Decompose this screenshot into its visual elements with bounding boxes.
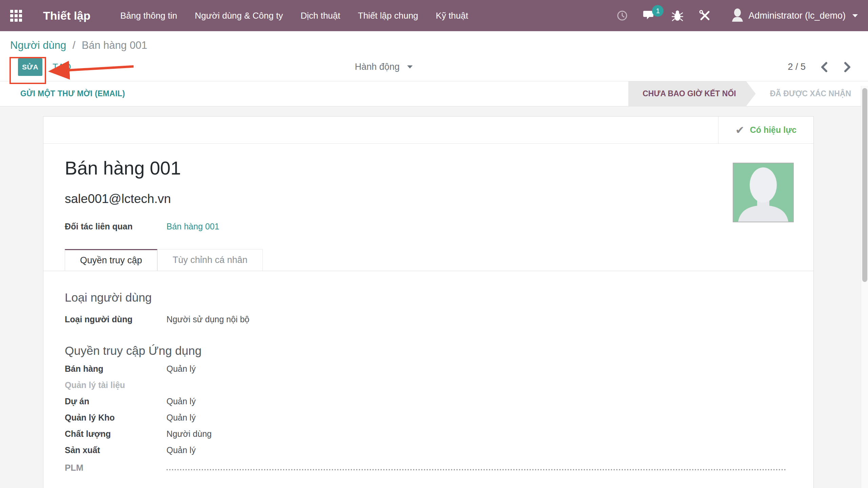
user-avatar-image[interactable] (733, 163, 794, 222)
field-label: Quản lý tài liệu (65, 380, 166, 390)
field-row-quality: Chất lượng Người dùng (65, 429, 813, 439)
field-label: Bán hàng (65, 364, 166, 374)
user-menu[interactable]: Administrator (lc_demo) (731, 8, 858, 23)
debug-bug-icon[interactable] (672, 9, 683, 22)
field-label: Sản xuất (65, 445, 166, 455)
chevron-down-icon (852, 14, 858, 17)
field-row-partner: Đối tác liên quan Bán hàng 001 (65, 222, 813, 231)
field-value: Người sử dụng nội bộ (166, 314, 249, 324)
field-label: PLM (65, 463, 166, 473)
breadcrumb-parent-link[interactable]: Người dùng (10, 39, 66, 51)
field-row-sales: Bán hàng Quản lý (65, 364, 813, 374)
messages-count-badge: 1 (652, 5, 664, 17)
field-value: Quản lý (166, 413, 196, 423)
menu-item-users-companies[interactable]: Người dùng & Công ty (188, 0, 291, 31)
field-label: Quản lý Kho (65, 413, 166, 423)
vertical-scrollbar (861, 86, 868, 488)
user-avatar-icon (731, 8, 744, 23)
pager-previous-button[interactable] (820, 61, 829, 73)
breadcrumb-separator: / (73, 39, 76, 51)
control-panel: SỬA TẠO Hành động 2 / 5 (0, 53, 868, 81)
form-sheet: Bán hàng 001 sale001@lctech.vn Đối tác l… (43, 144, 813, 473)
user-form-card: ✔ Có hiệu lực Bán hàng 001 sale001@lctec… (43, 116, 814, 488)
action-dropdown-label: Hành động (355, 62, 399, 72)
tab-access-rights[interactable]: Quyền truy cập (65, 249, 157, 271)
breadcrumb: Người dùng / Bán hàng 001 (0, 31, 868, 53)
pager-count: 2 / 5 (788, 62, 806, 72)
notebook-tabs: Quyền truy cập Tùy chỉnh cá nhân (43, 249, 813, 271)
top-navbar: Thiết lập Bảng thông tin Người dùng & Cô… (0, 0, 868, 31)
user-name: Administrator (lc_demo) (748, 11, 846, 21)
field-value: Quản lý (166, 445, 196, 455)
settings-user-form-screen: Thiết lập Bảng thông tin Người dùng & Cô… (0, 0, 868, 488)
menu-item-general-settings[interactable]: Thiết lập chung (351, 0, 426, 31)
app-title[interactable]: Thiết lập (43, 9, 91, 22)
apps-menu-icon[interactable] (10, 10, 22, 22)
edit-button[interactable]: SỬA (18, 58, 42, 76)
field-value: Người dùng (166, 429, 212, 439)
field-row-manufacturing: Sản xuất Quản lý (65, 445, 813, 455)
field-label: Loại người dùng (65, 314, 166, 324)
field-row-inventory: Quản lý Kho Quản lý (65, 413, 813, 423)
state-confirmed[interactable]: ĐÃ ĐƯỢC XÁC NHẬN (756, 81, 868, 106)
record-email: sale001@lctech.vn (65, 192, 813, 206)
section-title-user-type: Loại người dùng (65, 291, 813, 304)
content-area: ✔ Có hiệu lực Bán hàng 001 sale001@lctec… (0, 106, 868, 488)
menu-item-translation[interactable]: Dịch thuật (293, 0, 348, 31)
systray: 1 (617, 8, 858, 23)
button-box: ✔ Có hiệu lực (43, 117, 813, 144)
dotted-separator (166, 466, 786, 470)
field-row-user-type: Loại người dùng Người sử dụng nội bộ (65, 314, 813, 324)
active-toggle-label: Có hiệu lực (750, 125, 797, 135)
pager: 2 / 5 (788, 61, 868, 73)
pager-next-button[interactable] (843, 61, 852, 73)
menu-item-dashboard[interactable]: Bảng thông tin (113, 0, 185, 31)
record-title: Bán hàng 001 (65, 157, 813, 179)
support-tools-icon[interactable] (699, 9, 711, 22)
create-button[interactable]: TẠO (53, 62, 71, 72)
field-row-plm-cutoff: PLM (65, 463, 813, 473)
field-row-documents: Quản lý tài liệu (65, 380, 813, 390)
field-value: Quản lý (166, 396, 196, 406)
chevron-down-icon (407, 65, 413, 68)
partner-link[interactable]: Bán hàng 001 (166, 222, 219, 231)
field-value: Quản lý (166, 364, 196, 374)
breadcrumb-current: Bán hàng 001 (82, 39, 147, 51)
field-row-project: Dự án Quản lý (65, 396, 813, 406)
active-toggle[interactable]: ✔ Có hiệu lực (718, 117, 813, 143)
activities-clock-icon[interactable] (617, 10, 628, 21)
menu-item-technical[interactable]: Kỹ thuật (428, 0, 475, 31)
top-menu: Bảng thông tin Người dùng & Công ty Dịch… (113, 0, 476, 31)
statusbar: GỬI MỘT THƯ MỜI (EMAIL) CHƯA BAO GIỜ KẾT… (0, 81, 868, 106)
section-title-app-access: Quyền truy cập Ứng dụng (65, 344, 813, 358)
send-invitation-button[interactable]: GỬI MỘT THƯ MỜI (EMAIL) (20, 89, 125, 98)
field-label: Chất lượng (65, 429, 166, 439)
tab-preferences[interactable]: Tùy chỉnh cá nhân (157, 249, 263, 271)
field-label: Dự án (65, 396, 166, 406)
scrollbar-thumb[interactable] (862, 88, 867, 282)
state-never-connected[interactable]: CHƯA BAO GIỜ KẾT NỐI (628, 81, 756, 106)
field-label: Đối tác liên quan (65, 222, 166, 231)
app-access-rows: Bán hàng Quản lý Quản lý tài liệu Dự án … (65, 364, 813, 473)
messages-icon[interactable]: 1 (643, 10, 656, 21)
check-icon: ✔ (735, 124, 745, 137)
statusbar-states: CHƯA BAO GIỜ KẾT NỐI ĐÃ ĐƯỢC XÁC NHẬN (628, 81, 868, 106)
action-dropdown[interactable]: Hành động (355, 62, 412, 72)
